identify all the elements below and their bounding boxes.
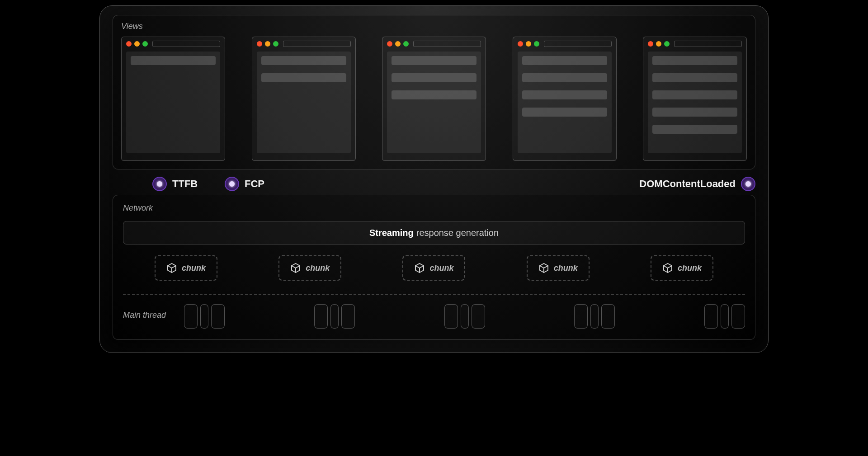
task-block <box>472 304 485 329</box>
content-bar <box>522 56 607 65</box>
task-block <box>721 304 729 329</box>
marker-label: FCP <box>245 178 264 190</box>
task-group <box>574 304 615 329</box>
task-block <box>574 304 588 329</box>
task-block <box>461 304 469 329</box>
marker-label: DOMContentLoaded <box>639 178 736 190</box>
chunk-label: chunk <box>306 263 330 273</box>
yellow-traffic-light-icon <box>395 41 401 47</box>
window-body <box>126 52 220 153</box>
content-bar <box>522 108 607 117</box>
marker-dot-icon <box>741 177 755 191</box>
diagram-frame: Views TTFB FCP DOMContentLoaded Network … <box>99 5 769 353</box>
section-divider <box>123 294 745 295</box>
task-block <box>184 304 198 329</box>
task-block <box>731 304 745 329</box>
chunk-label: chunk <box>429 263 453 273</box>
window-body <box>257 52 351 153</box>
green-traffic-light-icon <box>534 41 539 47</box>
window-body <box>648 52 742 153</box>
task-block <box>330 304 339 329</box>
window-body <box>387 52 481 153</box>
content-bar <box>652 90 737 99</box>
network-panel: Network Streaming response generation ch… <box>113 195 755 340</box>
content-bar <box>261 56 346 65</box>
main-thread-title: Main thread <box>123 310 166 320</box>
metrics-row: TTFB FCP DOMContentLoaded <box>113 172 755 197</box>
content-bar <box>522 90 607 99</box>
mini-window <box>121 37 225 161</box>
marker-domcontentloaded: DOMContentLoaded <box>639 177 755 191</box>
mini-window <box>643 37 747 161</box>
window-title-bar <box>257 41 351 47</box>
streaming-bold: Streaming <box>369 228 414 238</box>
task-block <box>211 304 225 329</box>
red-traffic-light-icon <box>257 41 262 47</box>
content-bar <box>652 56 737 65</box>
address-bar <box>152 41 220 47</box>
address-bar <box>674 41 742 47</box>
red-traffic-light-icon <box>648 41 653 47</box>
content-bar <box>392 56 476 65</box>
cube-icon <box>662 263 673 273</box>
views-row <box>121 37 747 161</box>
window-title-bar <box>126 41 220 47</box>
chunk-label: chunk <box>182 263 206 273</box>
content-bar <box>392 73 476 82</box>
content-bar <box>652 125 737 134</box>
views-title: Views <box>121 22 747 31</box>
task-block <box>444 304 458 329</box>
marker-ttfb: TTFB <box>152 177 198 191</box>
cube-icon <box>166 263 177 273</box>
mini-window <box>382 37 486 161</box>
green-traffic-light-icon <box>273 41 278 47</box>
chunks-row: chunkchunkchunkchunkchunk <box>123 255 745 281</box>
chunk-box: chunk <box>278 255 341 281</box>
task-block <box>704 304 718 329</box>
cube-icon <box>538 263 549 273</box>
content-bar <box>392 90 476 99</box>
address-bar <box>413 41 481 47</box>
red-traffic-light-icon <box>126 41 132 47</box>
mini-window <box>252 37 356 161</box>
window-body <box>518 52 612 153</box>
green-traffic-light-icon <box>403 41 409 47</box>
content-bar <box>652 108 737 117</box>
cube-icon <box>290 263 301 273</box>
chunk-label: chunk <box>554 263 578 273</box>
task-block <box>341 304 355 329</box>
red-traffic-light-icon <box>518 41 523 47</box>
green-traffic-light-icon <box>664 41 670 47</box>
chunk-box: chunk <box>402 255 465 281</box>
task-block <box>601 304 615 329</box>
window-title-bar <box>387 41 481 47</box>
window-title-bar <box>648 41 742 47</box>
content-bar <box>522 73 607 82</box>
marker-dot-icon <box>152 177 167 191</box>
task-block <box>590 304 599 329</box>
address-bar <box>283 41 351 47</box>
red-traffic-light-icon <box>387 41 392 47</box>
yellow-traffic-light-icon <box>134 41 140 47</box>
task-group <box>184 304 225 329</box>
marker-label: TTFB <box>172 178 198 190</box>
chunk-box: chunk <box>155 255 217 281</box>
task-groups <box>179 304 745 329</box>
cube-icon <box>414 263 425 273</box>
marker-dot-icon <box>225 177 239 191</box>
yellow-traffic-light-icon <box>526 41 531 47</box>
chunk-box: chunk <box>527 255 590 281</box>
chunk-box: chunk <box>651 255 713 281</box>
yellow-traffic-light-icon <box>656 41 661 47</box>
marker-fcp: FCP <box>225 177 264 191</box>
task-group <box>444 304 485 329</box>
content-bar <box>652 73 737 82</box>
task-block <box>314 304 328 329</box>
streaming-bar: Streaming response generation <box>123 221 745 244</box>
chunk-label: chunk <box>678 263 702 273</box>
views-panel: Views <box>113 15 755 169</box>
task-group <box>314 304 355 329</box>
yellow-traffic-light-icon <box>265 41 270 47</box>
task-group <box>704 304 745 329</box>
task-block <box>200 304 208 329</box>
